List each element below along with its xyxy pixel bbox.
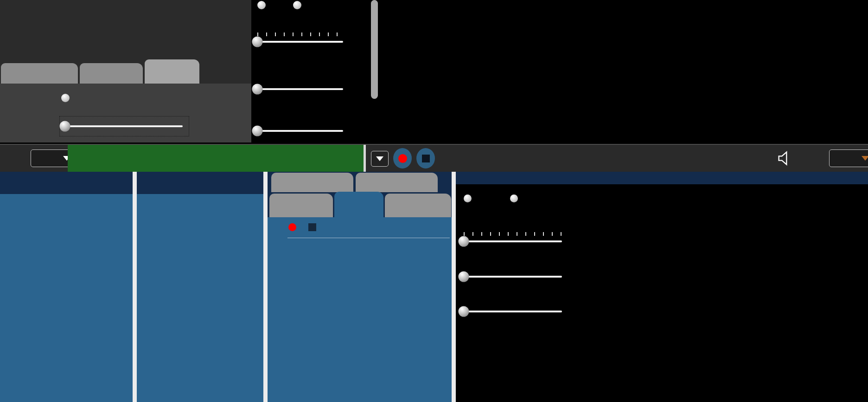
spectrum-zoom-x-track[interactable] xyxy=(257,88,343,90)
dab-receiver-window xyxy=(0,0,868,402)
cir-smoothing-knob[interactable] xyxy=(459,236,469,247)
status-bar xyxy=(0,144,868,172)
spectrum-vertical-scrollbar[interactable] xyxy=(371,0,378,99)
tab-connection[interactable] xyxy=(1,63,78,84)
station-list xyxy=(0,194,133,402)
tab-audio[interactable] xyxy=(385,194,451,217)
spectrum-chart xyxy=(434,0,823,104)
spectrum-gradient-checkbox[interactable] xyxy=(293,1,301,9)
cir-gradient-radio[interactable] xyxy=(510,195,518,202)
tab-fc0013[interactable] xyxy=(145,59,199,84)
tii-pane xyxy=(268,217,452,402)
cir-zoom-y-slider[interactable] xyxy=(464,307,562,316)
cir-zoom-x-slider[interactable] xyxy=(464,272,562,281)
spectrum-smoothing-slider[interactable] xyxy=(257,37,343,46)
service-quality-panel xyxy=(137,194,263,402)
tii-divider xyxy=(287,238,450,238)
fc0013-pane xyxy=(0,84,251,143)
tab-aac[interactable] xyxy=(271,173,353,192)
gain-slider[interactable] xyxy=(65,122,183,131)
spectrum-smoothing-track[interactable] xyxy=(257,41,343,43)
cir-zoom-y-track[interactable] xyxy=(464,311,562,312)
chevron-down-icon xyxy=(376,156,383,161)
cir-freeze-radio[interactable] xyxy=(464,195,472,202)
spectrum-zoom-y-track[interactable] xyxy=(257,130,343,132)
splitter-handle[interactable] xyxy=(452,172,456,402)
cir-zoom-x-track[interactable] xyxy=(464,276,562,278)
gain-slider-track[interactable] xyxy=(65,125,183,127)
cir-zoom-x-knob[interactable] xyxy=(459,272,469,282)
spectrum-zoom-y-slider[interactable] xyxy=(257,126,343,136)
ensemble-info-strip xyxy=(68,145,364,172)
record-button[interactable] xyxy=(393,148,412,169)
statusbar-separator xyxy=(364,145,366,172)
spectrum-smoothing-knob[interactable] xyxy=(252,37,263,47)
spectrum-freeze-radio[interactable] xyxy=(257,1,266,9)
cir-chart xyxy=(630,197,859,367)
service-quality-header xyxy=(137,172,270,194)
decoder-tab-strip xyxy=(268,172,452,217)
tab-options[interactable] xyxy=(356,173,438,192)
output-device-combobox[interactable] xyxy=(829,149,868,167)
cir-zoom-y-knob[interactable] xyxy=(459,306,469,317)
spectrum-smoothing-ticks xyxy=(257,32,345,36)
cir-smoothing-ticks xyxy=(464,232,564,236)
splitter-handle[interactable] xyxy=(263,172,268,402)
tii-sync-dot-icon xyxy=(288,223,296,231)
spectrum-zoom-x-slider[interactable] xyxy=(257,84,343,94)
cir-smoothing-track[interactable] xyxy=(464,240,562,242)
cir-panel-header xyxy=(456,172,868,184)
chevron-down-icon xyxy=(862,156,868,161)
stop-button[interactable] xyxy=(416,148,435,169)
speaker-icon[interactable] xyxy=(775,149,795,168)
tab-recorder[interactable] xyxy=(80,63,143,84)
tab-sync[interactable] xyxy=(269,194,333,217)
service-dropdown-button[interactable] xyxy=(371,151,389,167)
stop-icon xyxy=(422,155,430,162)
spectrum-zoom-y-knob[interactable] xyxy=(252,126,263,136)
splitter-handle[interactable] xyxy=(133,172,137,402)
gain-slider-knob[interactable] xyxy=(60,121,70,132)
station-panel-header xyxy=(0,172,137,194)
record-icon xyxy=(398,154,407,163)
agc-onoff-radio[interactable] xyxy=(61,94,70,102)
tab-tii[interactable] xyxy=(334,192,383,217)
tii-marker-square-icon xyxy=(308,223,316,231)
spectrum-zoom-x-knob[interactable] xyxy=(252,84,263,95)
tuner-panel xyxy=(0,0,251,143)
cir-smoothing-slider[interactable] xyxy=(464,237,562,246)
